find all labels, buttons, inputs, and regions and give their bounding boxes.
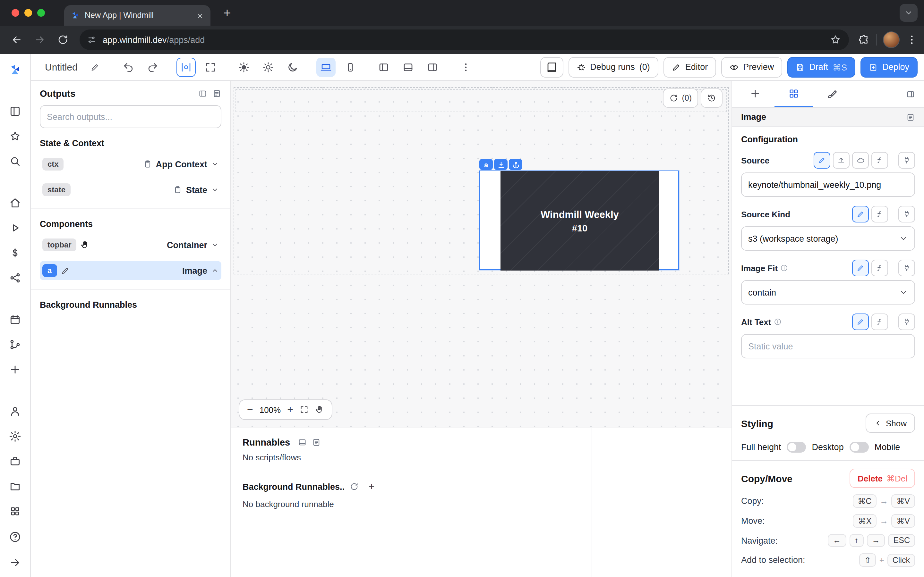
rail-item-help[interactable] [7,528,23,545]
close-window-button[interactable] [11,9,19,17]
alt-text-expression-button[interactable] [871,314,888,330]
browser-menu-icon[interactable] [906,34,918,45]
rail-item-runs[interactable] [7,220,23,236]
browser-tab[interactable]: New App | Windmill × [64,5,210,26]
profile-avatar[interactable] [883,31,900,48]
chevron-down-icon[interactable] [211,241,219,249]
undo-button[interactable] [119,57,138,77]
full-height-desktop-toggle[interactable] [787,442,806,453]
panel-bottom-toggle[interactable] [399,57,418,77]
rail-item-favorites[interactable] [7,128,23,144]
rail-item-schedules[interactable] [7,311,23,327]
alt-text-connect-button[interactable] [898,314,915,330]
image-fit-select[interactable]: contain [741,280,915,305]
bookmark-star-icon[interactable] [830,34,841,45]
theme-dark-button[interactable] [283,57,302,77]
tab-search-button[interactable] [900,4,918,22]
topbar-container-component[interactable] [236,89,727,112]
redo-button[interactable] [143,57,162,77]
chevron-up-icon[interactable] [211,267,219,274]
preview-mode-button[interactable]: Preview [721,57,782,77]
rail-item-workers[interactable] [7,453,23,469]
rail-item-hub[interactable] [7,270,23,286]
rail-item-folders[interactable] [7,478,23,494]
mobile-view-toggle[interactable] [341,57,360,77]
refresh-app-button[interactable]: (0) [662,89,698,108]
selected-image-component[interactable]: a Windmill Weekly #10 [479,171,679,270]
theme-light-button[interactable] [234,57,254,77]
source-kind-expression-button[interactable] [871,206,888,222]
site-settings-icon[interactable] [87,35,96,44]
pan-hand-icon[interactable] [315,405,324,414]
new-tab-button[interactable]: + [218,4,236,22]
minimize-window-button[interactable] [24,9,32,17]
chevron-down-icon[interactable] [211,186,219,193]
dock-panel-icon[interactable] [298,438,307,447]
collapse-panel-icon[interactable] [198,89,207,98]
image-fit-static-button[interactable] [852,259,869,276]
rail-item-settings[interactable] [7,428,23,444]
pencil-icon[interactable] [61,266,69,275]
rail-item-search[interactable] [7,153,23,169]
image-fit-connect-button[interactable] [898,259,915,276]
output-row-ctx[interactable]: ctx App Context [40,155,221,174]
component-anchor-handle[interactable] [509,159,522,170]
output-row-topbar[interactable]: topbar Container [40,235,221,255]
more-options-button[interactable] [456,57,475,77]
rail-item-billing[interactable] [7,245,23,261]
doc-list-icon[interactable] [212,89,221,98]
inspector-collapse-button[interactable] [906,81,920,107]
docs-button[interactable] [540,57,563,77]
zoom-out-button[interactable]: − [247,404,253,416]
outputs-search-input[interactable] [40,105,221,128]
tab-insert-component[interactable] [736,81,774,107]
rail-item-add[interactable] [7,362,23,378]
source-input[interactable] [741,172,915,197]
zoom-in-button[interactable]: + [287,404,293,416]
forward-button[interactable] [29,29,50,50]
panel-right-toggle[interactable] [423,57,442,77]
history-button[interactable] [701,89,722,108]
source-s3-button[interactable] [852,152,869,169]
deploy-button[interactable]: Deploy [861,57,918,77]
zoom-window-button[interactable] [37,9,45,17]
reload-button[interactable] [53,29,73,50]
source-kind-static-button[interactable] [852,206,869,222]
output-row-state[interactable]: state State [40,180,221,199]
center-components-toggle[interactable] [176,57,196,77]
theme-system-button[interactable] [258,57,278,77]
rail-item-flows[interactable] [7,337,23,353]
desktop-view-toggle[interactable] [317,57,336,77]
output-row-image-a[interactable]: a Image [40,261,221,280]
component-expand-handle[interactable] [494,159,507,170]
rail-item-home[interactable] [7,195,23,211]
chevron-down-icon[interactable] [211,160,219,168]
tab-global-styling[interactable] [813,81,851,107]
windmill-logo[interactable] [7,61,23,77]
source-connect-button[interactable] [898,152,915,169]
rail-item-apps-board[interactable] [7,103,23,119]
address-bar[interactable]: app.windmill.dev/apps/add [79,29,849,50]
rename-app-button[interactable] [86,57,105,77]
delete-component-button[interactable]: Delete ⌘Del [850,469,915,488]
rail-collapse-button[interactable] [7,554,23,571]
extensions-icon[interactable] [858,34,869,45]
styling-show-button[interactable]: Show [866,414,915,433]
source-static-button[interactable] [814,152,830,169]
source-upload-button[interactable] [833,152,850,169]
debug-runs-button[interactable]: Debug runs (0) [568,57,658,77]
full-height-mobile-toggle[interactable] [850,442,869,453]
rail-item-account[interactable] [7,403,23,419]
editor-mode-button[interactable]: Editor [664,57,716,77]
alt-text-static-button[interactable] [852,314,869,330]
rail-item-resources[interactable] [7,503,23,519]
save-draft-button[interactable]: Draft ⌘S [787,57,855,77]
doc-icon[interactable] [906,113,915,121]
source-kind-connect-button[interactable] [898,206,915,222]
image-fit-expression-button[interactable] [871,259,888,276]
tab-close-icon[interactable]: × [196,10,204,21]
back-button[interactable] [6,29,27,50]
source-expression-button[interactable] [871,152,888,169]
fullwidth-toggle[interactable] [201,57,220,77]
add-background-runnable-button[interactable]: + [364,479,379,494]
